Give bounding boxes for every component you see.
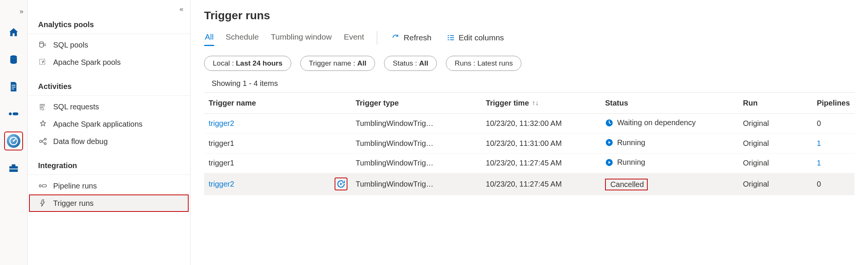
- col-run[interactable]: Run: [739, 93, 813, 114]
- table-row[interactable]: trigger2TumblingWindowTrig…10/23/20, 11:…: [204, 173, 854, 195]
- sidebar-item-label: SQL pools: [53, 41, 88, 49]
- trigger-runs-table: Trigger name Trigger type Trigger time ↑…: [204, 92, 854, 195]
- tab-schedule[interactable]: Schedule: [225, 30, 260, 45]
- cell-trigger-time: 10/23/20, 11:31:00 AM: [481, 133, 601, 153]
- svg-point-11: [40, 42, 43, 43]
- trigger-name-text[interactable]: trigger2: [209, 119, 234, 128]
- svg-rect-4: [9, 112, 12, 115]
- trigger-name-text[interactable]: trigger2: [209, 180, 234, 188]
- running-status-icon: [605, 158, 613, 167]
- pipeline-runs-icon: [38, 181, 48, 191]
- table-row[interactable]: trigger2TumblingWindowTrig…10/23/20, 11:…: [204, 114, 854, 134]
- svg-rect-1: [12, 85, 15, 86]
- rail-item-home[interactable]: [5, 24, 22, 41]
- pipelines-count: 0: [817, 180, 821, 188]
- filter-value: All: [357, 59, 366, 67]
- status-text: Running: [617, 158, 645, 167]
- sidebar-item-spark-pools[interactable]: Apache Spark pools: [28, 54, 190, 71]
- col-trigger-type[interactable]: Trigger type: [351, 93, 481, 114]
- trigger-name-text: trigger1: [209, 139, 234, 148]
- svg-point-14: [40, 140, 42, 142]
- filter-runs[interactable]: Runs : Latest runs: [446, 56, 521, 71]
- cell-trigger-type: TumblingWindowTrig…: [351, 114, 481, 134]
- tab-event[interactable]: Event: [343, 30, 365, 45]
- filter-prefix: Runs :: [455, 59, 477, 67]
- database-icon: [8, 54, 19, 65]
- edit-columns-button[interactable]: Edit columns: [444, 32, 506, 44]
- svg-text:SQL: SQL: [40, 108, 45, 111]
- cell-run: Original: [739, 133, 813, 153]
- sidebar-group-header: Activities: [28, 74, 190, 96]
- status-text: Running: [617, 138, 645, 147]
- svg-rect-5: [13, 112, 18, 115]
- pipelines-count[interactable]: 1: [817, 159, 821, 167]
- svg-point-0: [10, 55, 17, 58]
- cell-status: Running: [601, 133, 739, 153]
- cell-trigger-time: 10/23/20, 11:32:00 AM: [481, 114, 601, 134]
- table-row[interactable]: trigger1TumblingWindowTrig…10/23/20, 11:…: [204, 153, 854, 173]
- cell-trigger-name: trigger2: [204, 114, 351, 134]
- table-row[interactable]: trigger1TumblingWindowTrig…10/23/20, 11:…: [204, 133, 854, 153]
- tab-all[interactable]: All: [204, 30, 214, 45]
- sidebar-item-trigger-runs[interactable]: Trigger runs: [29, 195, 189, 212]
- spark-pool-icon: [38, 57, 48, 67]
- cell-trigger-name: trigger2: [204, 173, 351, 195]
- tabs-row: All Schedule Tumbling window Event Refre…: [204, 30, 854, 45]
- sidebar-item-dataflow-debug[interactable]: Data flow debug: [28, 133, 190, 150]
- home-icon: [8, 27, 19, 38]
- sidebar-item-pipeline-runs[interactable]: Pipeline runs: [28, 177, 190, 195]
- pipeline-icon: [8, 108, 19, 119]
- col-status[interactable]: Status: [601, 93, 739, 114]
- trigger-name-text: trigger1: [209, 159, 234, 167]
- rail-item-manage[interactable]: [5, 159, 22, 177]
- filter-row: Local : Last 24 hours Trigger name : All…: [204, 56, 854, 71]
- svg-rect-9: [12, 164, 15, 166]
- sidebar-item-sql-requests[interactable]: SQL SQL requests: [28, 98, 190, 115]
- filter-status[interactable]: Status : All: [384, 56, 437, 71]
- cell-pipelines: 1: [812, 133, 854, 153]
- edit-columns-icon: [447, 34, 455, 42]
- sidebar-group-integration: Integration Pipeline runs Trigger runs: [28, 153, 190, 215]
- svg-rect-3: [12, 89, 14, 89]
- refresh-button[interactable]: Refresh: [389, 32, 434, 44]
- dataflow-debug-icon: [38, 136, 48, 146]
- rerun-button[interactable]: [335, 178, 347, 190]
- col-pipelines[interactable]: Pipelines: [812, 93, 854, 114]
- sidebar-item-label: Trigger runs: [53, 199, 94, 208]
- col-trigger-name[interactable]: Trigger name: [204, 93, 351, 114]
- filter-value: Latest runs: [477, 59, 513, 67]
- trigger-runs-icon: [38, 198, 48, 208]
- cell-trigger-type: TumblingWindowTrig…: [351, 153, 481, 173]
- sidebar-group-header: Analytics pools: [28, 0, 190, 34]
- running-status-icon: [605, 138, 613, 147]
- cell-trigger-type: TumblingWindowTrig…: [351, 173, 481, 195]
- filter-prefix: Status :: [393, 59, 419, 67]
- rail-item-monitor[interactable]: [5, 132, 22, 150]
- sql-pool-icon: [38, 40, 48, 50]
- rail-item-develop[interactable]: [5, 78, 22, 95]
- rail-item-integrate[interactable]: [5, 105, 22, 123]
- gauge-icon: [7, 134, 20, 148]
- edit-columns-label: Edit columns: [459, 33, 504, 42]
- filter-time[interactable]: Local : Last 24 hours: [204, 56, 291, 71]
- sidebar-item-label: Data flow debug: [53, 137, 108, 146]
- rail-expand-toggle[interactable]: »: [20, 4, 27, 22]
- sort-icon: ↑↓: [532, 99, 539, 107]
- sidebar-collapse-toggle[interactable]: «: [180, 5, 183, 13]
- sidebar-item-sql-pools[interactable]: SQL pools: [28, 36, 190, 54]
- filter-trigger-name[interactable]: Trigger name : All: [300, 56, 375, 71]
- sidebar-item-label: Apache Spark pools: [53, 58, 121, 67]
- tab-tumbling-window[interactable]: Tumbling window: [270, 30, 332, 45]
- sidebar-item-spark-applications[interactable]: Apache Spark applications: [28, 115, 190, 133]
- icon-rail: »: [0, 0, 28, 265]
- pipelines-count[interactable]: 1: [817, 139, 821, 147]
- svg-rect-18: [42, 185, 46, 187]
- sidebar-group-analytics-pools: Analytics pools SQL pools Apache Spark p…: [28, 0, 190, 74]
- cell-trigger-type: TumblingWindowTrig…: [351, 133, 481, 153]
- filter-value: All: [419, 59, 428, 67]
- col-trigger-time[interactable]: Trigger time ↑↓: [481, 93, 601, 114]
- rail-item-data[interactable]: [5, 51, 22, 68]
- cell-run: Original: [739, 153, 813, 173]
- cell-pipelines: 0: [812, 173, 854, 195]
- svg-point-15: [45, 138, 46, 140]
